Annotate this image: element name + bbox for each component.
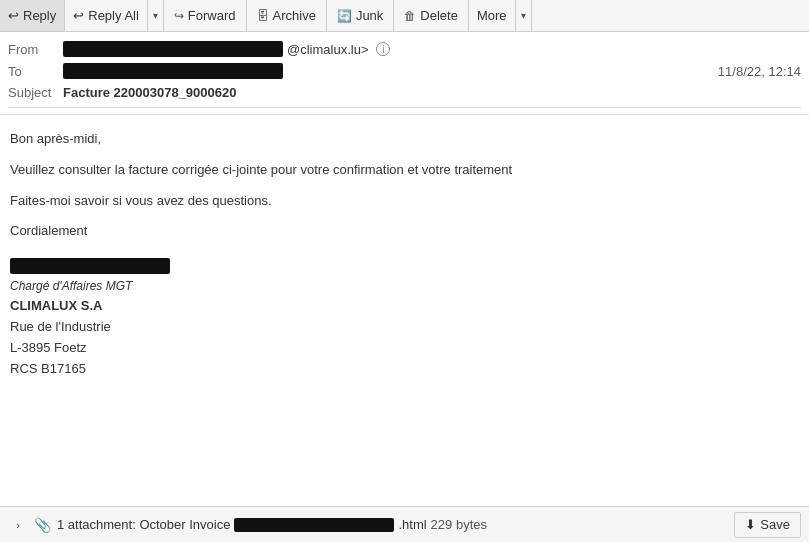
from-domain: @climalux.lu>	[287, 42, 368, 57]
junk-button[interactable]: 🔄 Junk	[327, 0, 394, 31]
reply-split-btn: ↩ Reply	[0, 0, 65, 31]
sig-addr3: RCS B17165	[10, 359, 799, 380]
reply-label: Reply	[23, 8, 56, 23]
sig-title: Chargé d'Affaires MGT	[10, 277, 799, 296]
to-value	[63, 63, 718, 79]
sig-company: CLIMALUX S.A	[10, 296, 799, 317]
from-name-redacted	[63, 41, 283, 57]
attachment-count-text: 1 attachment: October Invoice	[57, 517, 230, 532]
attachment-filename-redacted	[234, 518, 394, 532]
save-label: Save	[760, 517, 790, 532]
delete-icon: 🗑	[404, 9, 416, 23]
from-row: From @climalux.lu> i	[8, 38, 801, 60]
email-signature: Chargé d'Affaires MGT CLIMALUX S.A Rue d…	[10, 256, 799, 379]
reply-all-dropdown-button[interactable]: ▾	[147, 0, 163, 31]
body-line1: Veuillez consulter la facture corrigée c…	[10, 160, 799, 181]
reply-all-split-btn: ↩ Reply All ▾	[65, 0, 164, 31]
more-chevron-icon: ▾	[521, 10, 526, 21]
archive-label: Archive	[273, 8, 316, 23]
attachment-bar: › 📎 1 attachment: October Invoice .html …	[0, 506, 809, 542]
info-icon[interactable]: i	[376, 42, 390, 56]
greeting-text: Bon après-midi,	[10, 129, 799, 150]
more-button[interactable]: More	[469, 0, 515, 31]
sig-addr1: Rue de l'Industrie	[10, 317, 799, 338]
chevron-down-icon: ▾	[153, 10, 158, 21]
from-value: @climalux.lu> i	[63, 41, 801, 57]
sig-addr2: L-3895 Foetz	[10, 338, 799, 359]
toolbar: ↩ Reply ↩ Reply All ▾ ↪ Forward 🗄 Archiv…	[0, 0, 809, 32]
more-label: More	[477, 8, 507, 23]
save-button[interactable]: ⬇ Save	[734, 512, 801, 538]
attachment-expand-button[interactable]: ›	[8, 515, 28, 535]
forward-icon: ↪	[174, 9, 184, 23]
to-row: To 11/8/22, 12:14	[8, 60, 801, 82]
subject-row: Subject Facture 220003078_9000620	[8, 82, 801, 103]
sig-name-redacted	[10, 258, 170, 274]
attachment-info: 1 attachment: October Invoice .html 229 …	[57, 517, 728, 532]
delete-button[interactable]: 🗑 Delete	[394, 0, 469, 31]
junk-label: Junk	[356, 8, 383, 23]
header-divider	[8, 107, 801, 108]
reply-button[interactable]: ↩ Reply	[0, 0, 64, 31]
reply-icon: ↩	[8, 8, 19, 23]
to-name-redacted	[63, 63, 283, 79]
attachment-ext: .html	[398, 517, 426, 532]
email-header: From @climalux.lu> i To 11/8/22, 12:14 S…	[0, 32, 809, 115]
subject-value: Facture 220003078_9000620	[63, 85, 236, 100]
save-icon: ⬇	[745, 517, 756, 532]
body-line3: Cordialement	[10, 221, 799, 242]
forward-label: Forward	[188, 8, 236, 23]
body-line2: Faites-moi savoir si vous avez des quest…	[10, 191, 799, 212]
subject-label: Subject	[8, 85, 63, 100]
delete-label: Delete	[420, 8, 458, 23]
archive-icon: 🗄	[257, 9, 269, 23]
email-timestamp: 11/8/22, 12:14	[718, 64, 801, 79]
reply-all-icon: ↩	[73, 8, 84, 23]
attachment-size: 229 bytes	[431, 517, 487, 532]
to-label: To	[8, 64, 63, 79]
forward-button[interactable]: ↪ Forward	[164, 0, 247, 31]
from-label: From	[8, 42, 63, 57]
more-split-btn: More ▾	[469, 0, 532, 31]
junk-icon: 🔄	[337, 9, 352, 23]
email-body: Bon après-midi, Veuillez consulter la fa…	[0, 115, 809, 506]
reply-all-label: Reply All	[88, 8, 139, 23]
archive-button[interactable]: 🗄 Archive	[247, 0, 327, 31]
attachment-paperclip-icon: 📎	[34, 517, 51, 533]
more-dropdown-button[interactable]: ▾	[515, 0, 531, 31]
reply-all-button[interactable]: ↩ Reply All	[65, 0, 147, 31]
